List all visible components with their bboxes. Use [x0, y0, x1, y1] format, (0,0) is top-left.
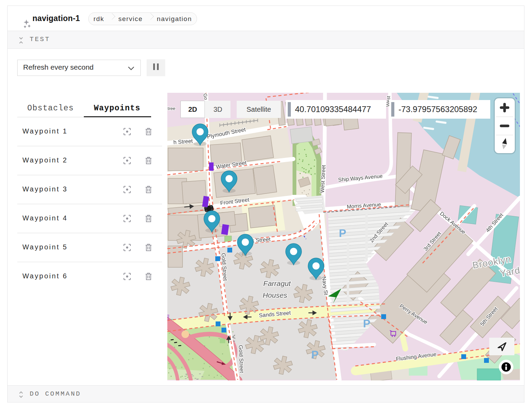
svg-text:P: P — [363, 317, 370, 330]
svg-text:tree: tree — [168, 106, 175, 111]
svg-text:P: P — [311, 348, 318, 361]
svg-text:Gold Street: Gold Street — [238, 345, 245, 373]
svg-text:P: P — [339, 227, 346, 239]
svg-text:Houses: Houses — [263, 291, 287, 299]
svg-text:Farragut: Farragut — [263, 279, 291, 287]
svg-text:Go: Go — [202, 93, 209, 100]
